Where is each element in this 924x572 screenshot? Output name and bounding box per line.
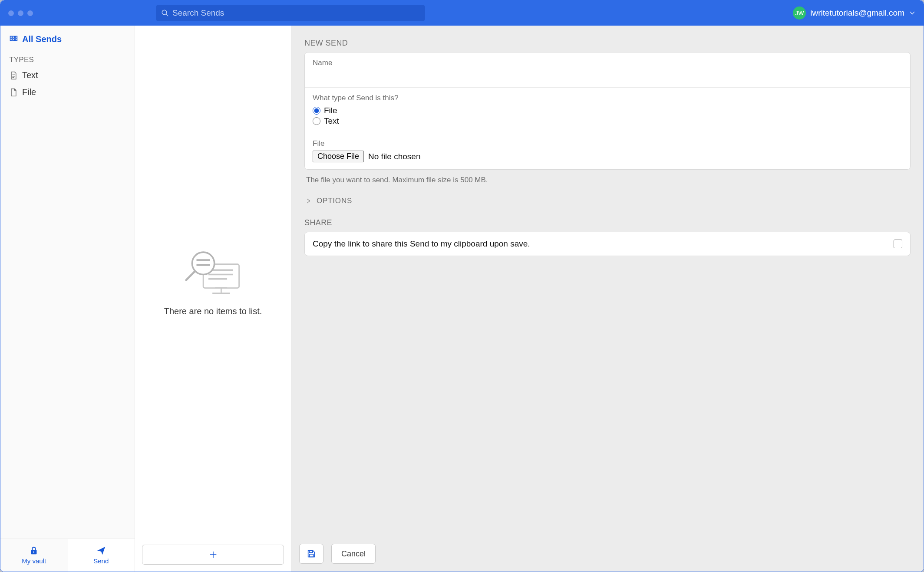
type-radio-label: Text [324, 116, 339, 126]
text-file-icon [9, 71, 18, 80]
svg-line-1 [166, 14, 168, 16]
svg-rect-7 [15, 39, 17, 40]
sidebar-bottom-tabs: My vault Send [0, 539, 135, 572]
detail-footer: Cancel [291, 538, 924, 572]
chevron-down-icon [909, 10, 916, 16]
avatar: JW [793, 7, 806, 20]
sidebar-item-label: All Sends [22, 34, 62, 44]
send-main-card: Name What type of Send is this? File Tex… [304, 52, 911, 170]
app-window: JW iwritetutorials@gmail.com [0, 0, 924, 572]
choose-file-button[interactable]: Choose File [313, 151, 364, 162]
empty-illustration-icon [181, 248, 246, 296]
type-radio-file[interactable] [313, 107, 320, 115]
cancel-button[interactable]: Cancel [331, 544, 376, 564]
save-button[interactable] [299, 544, 323, 564]
window-controls [8, 10, 33, 16]
search-field[interactable] [156, 5, 425, 21]
tab-label: Send [93, 557, 109, 565]
svg-rect-2 [10, 36, 12, 38]
empty-message: There are no items to list. [164, 306, 262, 316]
type-option-text[interactable]: Text [313, 116, 902, 126]
titlebar: JW iwritetutorials@gmail.com [0, 0, 924, 26]
svg-rect-6 [13, 39, 14, 40]
new-send-title: NEW SEND [304, 39, 911, 48]
detail-column: NEW SEND Name What type of Send is this?… [291, 26, 924, 572]
type-question: What type of Send is this? [313, 94, 902, 102]
share-copy-row[interactable]: Copy the link to share this Send to my c… [305, 232, 910, 256]
share-card: Copy the link to share this Send to my c… [304, 232, 911, 256]
chevron-right-icon [305, 198, 311, 204]
search-icon [161, 9, 169, 17]
save-icon [307, 549, 316, 559]
type-radio-text[interactable] [313, 117, 320, 125]
sidebar-item-type-file[interactable]: File [0, 84, 135, 101]
svg-rect-4 [15, 36, 17, 38]
sidebar-item-type-text[interactable]: Text [0, 67, 135, 84]
sidebar-item-label: Text [22, 70, 38, 80]
name-label: Name [313, 59, 902, 67]
account-email: iwritetutorials@gmail.com [810, 8, 904, 18]
plus-icon [208, 550, 218, 559]
file-section-label: File [313, 139, 902, 148]
tab-my-vault[interactable]: My vault [0, 539, 68, 572]
add-send-button[interactable] [142, 545, 284, 565]
type-option-file[interactable]: File [313, 106, 902, 115]
svg-line-23 [186, 271, 195, 280]
share-copy-label: Copy the link to share this Send to my c… [313, 239, 530, 249]
svg-rect-27 [309, 554, 313, 557]
list-column: There are no items to list. [135, 26, 291, 572]
type-radio-label: File [324, 106, 337, 115]
window-minimize-dot[interactable] [18, 10, 23, 16]
share-copy-checkbox[interactable] [894, 240, 902, 248]
window-maximize-dot[interactable] [27, 10, 33, 16]
file-helper-text: The file you want to send. Maximum file … [306, 176, 909, 184]
tab-label: My vault [22, 557, 46, 565]
options-toggle[interactable]: OPTIONS [304, 195, 911, 214]
file-chosen-status: No file chosen [368, 152, 420, 161]
sidebar: All Sends TYPES Text [0, 26, 135, 572]
file-icon [9, 88, 18, 97]
sidebar-item-label: File [22, 87, 36, 97]
content-area: All Sends TYPES Text [0, 26, 924, 572]
search-input[interactable] [172, 8, 420, 18]
options-label: OPTIONS [317, 197, 352, 205]
svg-rect-3 [13, 36, 14, 38]
sidebar-section-types: TYPES [0, 48, 135, 67]
svg-rect-26 [309, 551, 312, 553]
svg-rect-5 [10, 39, 12, 40]
sidebar-item-all-sends[interactable]: All Sends [0, 31, 135, 48]
svg-rect-12 [33, 551, 34, 553]
tab-send[interactable]: Send [68, 539, 135, 572]
name-input[interactable] [313, 68, 902, 80]
grid-icon [9, 35, 18, 44]
empty-state: There are no items to list. [135, 26, 291, 539]
share-title: SHARE [304, 218, 911, 227]
send-icon [96, 546, 106, 556]
lock-icon [29, 546, 39, 556]
account-menu[interactable]: JW iwritetutorials@gmail.com [793, 7, 916, 20]
window-close-dot[interactable] [8, 10, 14, 16]
